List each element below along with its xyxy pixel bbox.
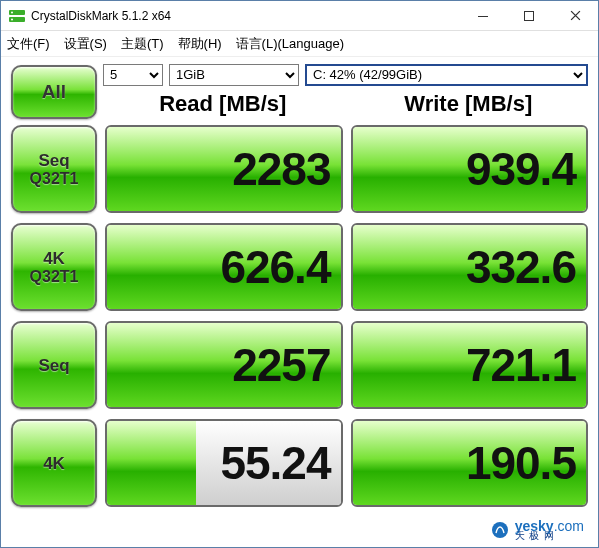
row-seq-q32t1: Seq Q32T1 2283 939.4 — [11, 125, 588, 213]
watermark: yesky.com 天 极 网 — [491, 519, 584, 541]
svg-point-3 — [11, 18, 13, 20]
menu-help[interactable]: 帮助(H) — [178, 35, 222, 53]
app-window: CrystalDiskMark 5.1.2 x64 文件(F) 设置(S) 主题… — [0, 0, 599, 548]
seq-q32t1-read-cell: 2283 — [105, 125, 343, 213]
4k-read-cell: 55.24 — [105, 419, 343, 507]
window-title: CrystalDiskMark 5.1.2 x64 — [31, 9, 460, 23]
menubar: 文件(F) 设置(S) 主题(T) 帮助(H) 语言(L)(Language) — [1, 31, 598, 57]
seq-write-value: 721.1 — [353, 323, 587, 407]
4k-q32t1-write-cell: 332.6 — [351, 223, 589, 311]
menu-theme[interactable]: 主题(T) — [121, 35, 164, 53]
4k-q32t1-write-value: 332.6 — [353, 225, 587, 309]
maximize-button[interactable] — [506, 1, 552, 30]
seq-q32t1-write-cell: 939.4 — [351, 125, 589, 213]
row-seq: Seq 2257 721.1 — [11, 321, 588, 409]
svg-rect-4 — [478, 16, 488, 17]
menu-settings[interactable]: 设置(S) — [64, 35, 107, 53]
test-size-select[interactable]: 1GiB — [169, 64, 299, 86]
watermark-icon — [491, 521, 509, 539]
4k-q32t1-read-cell: 626.4 — [105, 223, 343, 311]
header-read: Read [MB/s] — [103, 89, 343, 121]
drive-select[interactable]: C: 42% (42/99GiB) — [305, 64, 588, 86]
close-button[interactable] — [552, 1, 598, 30]
4k-write-value: 190.5 — [353, 421, 587, 505]
svg-point-2 — [11, 11, 13, 13]
run-seq-q32t1-button[interactable]: Seq Q32T1 — [11, 125, 97, 213]
seq-write-cell: 721.1 — [351, 321, 589, 409]
seq-read-value: 2257 — [107, 323, 341, 407]
row-4k: 4K 55.24 190.5 — [11, 419, 588, 507]
run-all-button[interactable]: All — [11, 65, 97, 119]
row-4k-q32t1: 4K Q32T1 626.4 332.6 — [11, 223, 588, 311]
app-icon — [9, 8, 25, 24]
seq-read-cell: 2257 — [105, 321, 343, 409]
test-count-select[interactable]: 5 — [103, 64, 163, 86]
menu-language[interactable]: 语言(L)(Language) — [236, 35, 344, 53]
seq-q32t1-read-value: 2283 — [107, 127, 341, 211]
titlebar[interactable]: CrystalDiskMark 5.1.2 x64 — [1, 1, 598, 31]
run-4k-q32t1-button[interactable]: 4K Q32T1 — [11, 223, 97, 311]
4k-q32t1-read-value: 626.4 — [107, 225, 341, 309]
4k-read-value: 55.24 — [107, 421, 341, 505]
run-4k-button[interactable]: 4K — [11, 419, 97, 507]
run-seq-button[interactable]: Seq — [11, 321, 97, 409]
header-write: Write [MB/s] — [349, 89, 589, 121]
svg-rect-5 — [525, 11, 534, 20]
seq-q32t1-write-value: 939.4 — [353, 127, 587, 211]
menu-file[interactable]: 文件(F) — [7, 35, 50, 53]
4k-write-cell: 190.5 — [351, 419, 589, 507]
svg-point-6 — [492, 522, 508, 538]
minimize-button[interactable] — [460, 1, 506, 30]
